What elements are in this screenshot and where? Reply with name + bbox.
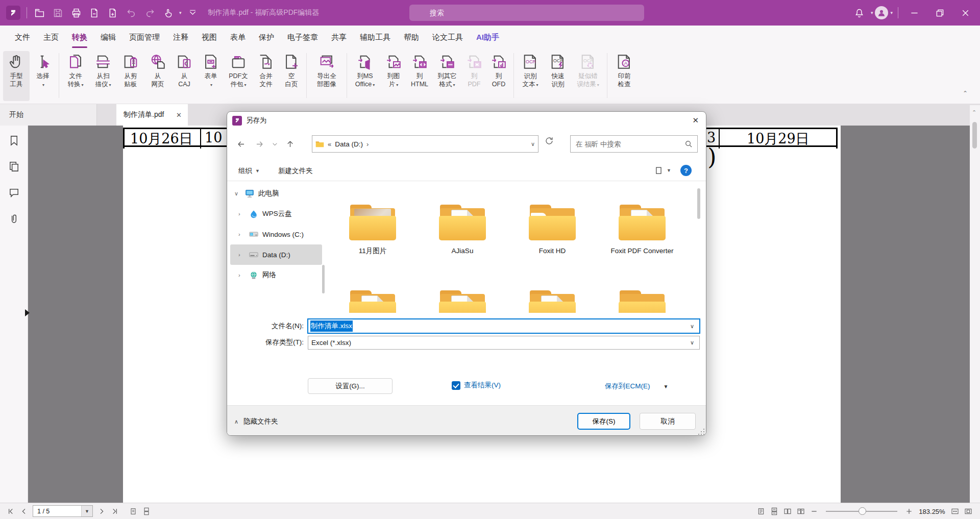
filename-dropdown-icon[interactable]: ∨ [690, 323, 694, 330]
settings-button[interactable]: 设置(G)... [308, 378, 393, 394]
continuous-view-icon[interactable] [140, 505, 153, 517]
tab-start[interactable]: 开始 [0, 104, 97, 126]
zoom-slider-handle[interactable] [859, 507, 866, 515]
new-folder-button[interactable]: 新建文件夹 [278, 166, 313, 176]
ribbon-to-image-button[interactable]: 到图 片▾ [380, 51, 407, 101]
menu-view[interactable]: 视图 [195, 26, 224, 49]
ribbon-preflight-button[interactable]: A 印前 检查 [610, 51, 639, 101]
last-page-button[interactable] [108, 505, 121, 517]
folder-tile-partial[interactable] [334, 290, 411, 313]
tree-item-windows-c[interactable]: › Windows (C:) [230, 224, 322, 244]
next-page-button[interactable] [95, 505, 108, 517]
minimize-button[interactable] [906, 5, 922, 20]
help-button[interactable]: ? [680, 165, 692, 176]
ecm-caret-icon[interactable]: ▼ [664, 384, 669, 389]
panel-expand-arrow[interactable] [25, 309, 30, 316]
page-number-input[interactable] [33, 508, 80, 515]
restore-button[interactable] [932, 5, 947, 20]
zoom-out-button[interactable] [807, 505, 821, 517]
bookmarks-panel-icon[interactable] [8, 135, 20, 149]
dialog-close-icon[interactable]: ✕ [692, 116, 699, 125]
page-number-box[interactable]: ▼ [33, 505, 93, 517]
menu-ai-assistant[interactable]: AI助手 [470, 26, 506, 49]
view-mode-icon[interactable] [655, 166, 664, 175]
tree-item-this-pc[interactable]: ∨ 此电脑 [230, 183, 322, 204]
view-results-option[interactable]: 查看结果(V) [452, 381, 501, 390]
quickbar-chevron-icon[interactable] [185, 5, 201, 20]
tab-close-icon[interactable]: ✕ [176, 111, 182, 119]
address-chevron-icon[interactable]: › [366, 140, 369, 148]
view-mode-caret-icon[interactable]: ▼ [667, 168, 671, 173]
ribbon-file-convert-button[interactable]: 文件 转换▾ [62, 51, 89, 101]
filelist-scrollbar-thumb[interactable] [697, 188, 700, 219]
ribbon-to-other-format-button[interactable]: 到其它 格式▾ [432, 51, 462, 101]
menu-form[interactable]: 表单 [224, 26, 252, 49]
folder-tile-partial[interactable] [514, 290, 591, 313]
tree-item-network[interactable]: › 网络 [230, 265, 322, 285]
ribbon-merge-files-button[interactable]: 合并 文件 [253, 51, 279, 101]
ribbon-quick-recognize-button[interactable]: OCR 快速 识别 [544, 51, 572, 101]
ribbon-from-scanner-button[interactable]: 从扫 描仪▾ [89, 51, 117, 101]
folder-tile-partial[interactable] [604, 290, 680, 313]
ribbon-export-all-images-button[interactable]: 导出全 部图像 [309, 51, 344, 101]
expander-right-icon[interactable]: › [238, 252, 249, 258]
single-page-view-icon[interactable] [127, 505, 140, 517]
comments-panel-icon[interactable] [8, 187, 20, 201]
ribbon-to-ms-office-button[interactable]: 到MS Office▾ [350, 51, 380, 101]
zoom-slider[interactable] [826, 511, 897, 512]
nav-up-button[interactable] [282, 136, 298, 152]
filetype-select[interactable]: Excel (*.xlsx) ∨ [308, 336, 700, 350]
menu-protect[interactable]: 保护 [252, 26, 281, 49]
page-number-dropdown[interactable]: ▼ [81, 506, 92, 516]
expander-down-icon[interactable]: ∨ [234, 190, 244, 197]
dialog-search-input[interactable] [570, 135, 698, 153]
zoom-in-button[interactable] [902, 505, 916, 517]
hide-folders-toggle[interactable]: ∧ 隐藏文件夹 [234, 417, 278, 426]
hand-cursor-icon[interactable] [160, 5, 176, 20]
tree-item-data-d[interactable]: › Data (D:) [230, 244, 322, 265]
dialog-resize-grip[interactable] [698, 429, 704, 435]
pages-panel-icon[interactable] [8, 161, 20, 175]
new-page-icon[interactable] [105, 5, 120, 20]
redo-icon[interactable] [142, 5, 157, 20]
open-file-icon[interactable] [32, 5, 47, 20]
address-chevron-icon[interactable]: « [328, 140, 331, 148]
ribbon-from-web-button[interactable]: 从 网页 [144, 51, 171, 101]
view-results-checkbox[interactable] [452, 381, 460, 390]
menu-comment[interactable]: 注释 [166, 26, 195, 49]
ribbon-hand-tool-button[interactable]: 手型 工具 [3, 51, 30, 101]
expander-right-icon[interactable]: › [238, 211, 249, 217]
first-page-button[interactable] [4, 505, 17, 517]
document-scrollbar[interactable]: ⌃ [970, 105, 980, 503]
tree-item-wps-cloud[interactable]: › WPS云盘 [230, 204, 322, 224]
fit-width-icon[interactable] [948, 505, 962, 517]
folder-tile-partial[interactable] [424, 290, 501, 313]
page-layout-continuous-icon[interactable] [768, 505, 781, 517]
filetype-dropdown-icon[interactable]: ∨ [690, 339, 694, 346]
ribbon-blank-page-button[interactable]: 空 白页 [279, 51, 304, 101]
filename-input[interactable]: 制作清单.xlsx ∨ [308, 319, 700, 333]
save-button[interactable]: 保存(S) [577, 413, 630, 430]
nav-recent-dropdown[interactable] [267, 136, 282, 152]
global-search-input[interactable] [409, 5, 644, 21]
nav-back-button[interactable] [233, 136, 249, 152]
notifications-bell-icon[interactable] [852, 5, 867, 20]
folder-tile-foxit-pdf-converter[interactable]: Foxit PDF Converter [604, 205, 680, 255]
address-bar[interactable]: « Data (D:) › ∨ [312, 135, 538, 153]
previous-page-button[interactable] [17, 505, 31, 517]
zoom-percentage[interactable]: 183.25% [916, 508, 948, 515]
menu-paper-tools[interactable]: 论文工具 [426, 26, 470, 49]
folder-tile-foxit-hd[interactable]: Foxit HD [514, 205, 591, 255]
nav-forward-button[interactable] [252, 136, 267, 152]
scrollbar-up-arrow[interactable]: ⌃ [972, 109, 976, 116]
close-button[interactable] [958, 5, 973, 20]
avatar[interactable] [875, 6, 888, 19]
menu-edit[interactable]: 编辑 [94, 26, 122, 49]
page-layout-facing-icon[interactable] [781, 505, 794, 517]
scrollbar-thumb[interactable] [972, 122, 977, 149]
organize-button[interactable]: 组织 [238, 166, 252, 176]
fit-page-icon[interactable] [962, 505, 975, 517]
ribbon-pdf-package-button[interactable]: PDF文 件包▾ [224, 51, 253, 101]
page-layout-book-icon[interactable] [794, 505, 807, 517]
address-location[interactable]: Data (D:) [335, 140, 363, 148]
